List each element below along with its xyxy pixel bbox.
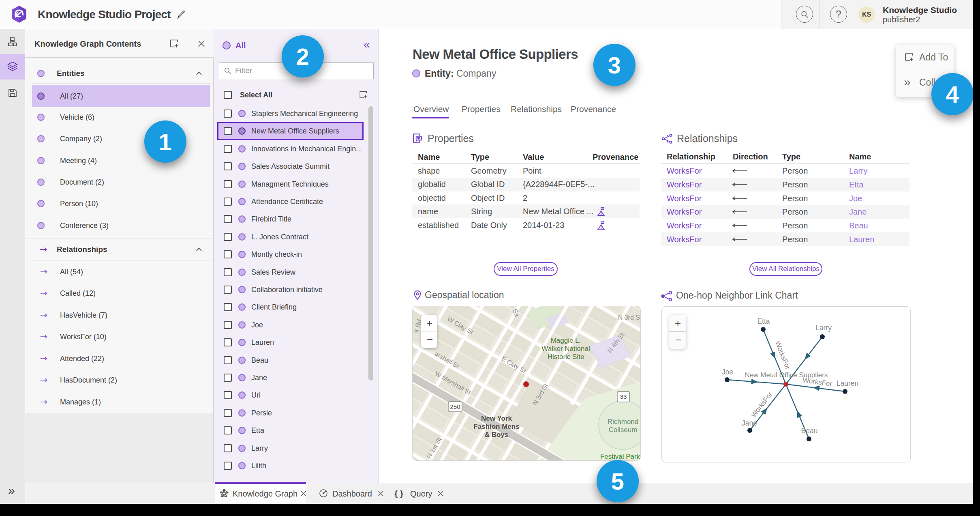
svg-text:Jane: Jane bbox=[742, 419, 757, 427]
svg-text:Larry: Larry bbox=[815, 324, 832, 332]
svg-text:Fashion Mens: Fashion Mens bbox=[473, 423, 519, 430]
svg-text:33: 33 bbox=[620, 393, 627, 400]
svg-text:Walker National: Walker National bbox=[541, 345, 590, 353]
svg-text:Etta: Etta bbox=[757, 317, 770, 325]
svg-text:Historic Site: Historic Site bbox=[548, 353, 584, 361]
svg-text:Festival Park: Festival Park bbox=[600, 453, 640, 460]
svg-text:Richmond: Richmond bbox=[608, 418, 639, 426]
svg-text:Lauren: Lauren bbox=[837, 379, 859, 387]
svg-text:250: 250 bbox=[450, 403, 460, 410]
svg-text:New York: New York bbox=[481, 415, 512, 422]
svg-text:WorksFor: WorksFor bbox=[802, 376, 833, 388]
svg-text:Maggie L.: Maggie L. bbox=[551, 337, 581, 344]
svg-text:Beau: Beau bbox=[801, 427, 818, 435]
svg-text:Coliseum: Coliseum bbox=[609, 426, 638, 434]
svg-text:WorksFor: WorksFor bbox=[774, 340, 792, 370]
svg-text:N 3rd St: N 3rd St bbox=[618, 314, 640, 321]
svg-text:& Boys: & Boys bbox=[485, 431, 509, 439]
svg-text:Joe: Joe bbox=[722, 368, 733, 376]
